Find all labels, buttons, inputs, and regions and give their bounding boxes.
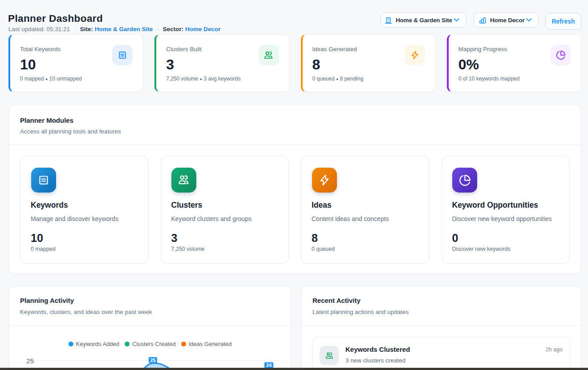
svg-text:24: 24 <box>266 362 272 368</box>
svg-text:25: 25 <box>150 358 155 363</box>
svg-text:25: 25 <box>26 357 34 365</box>
